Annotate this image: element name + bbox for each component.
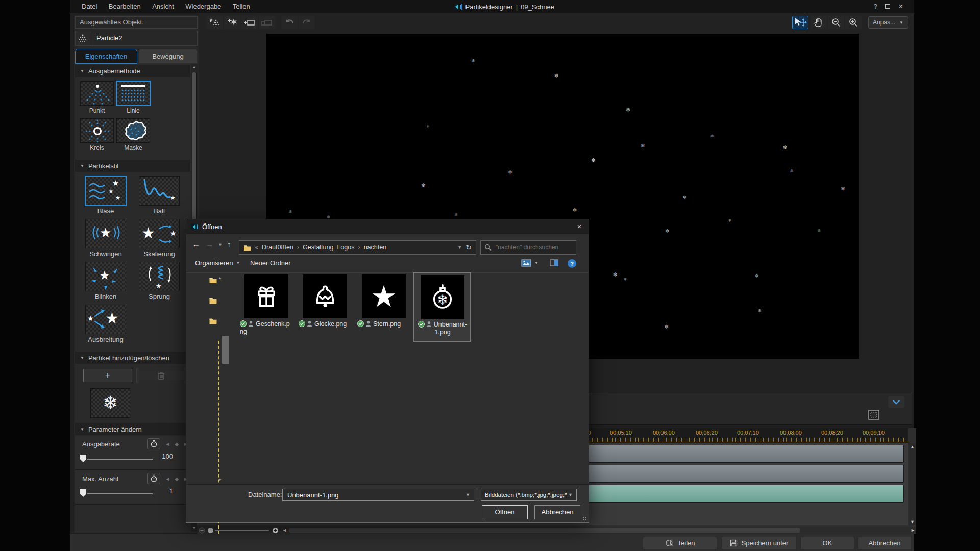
undo-button[interactable] <box>281 16 298 29</box>
selected-object-name[interactable]: Particle2 <box>90 31 198 46</box>
param-value[interactable]: 1 <box>169 487 173 495</box>
zoom-in-button[interactable] <box>845 16 862 29</box>
scrollbar-thumb[interactable] <box>192 72 197 225</box>
slider-thumb[interactable] <box>80 455 86 462</box>
dialog-open-button[interactable]: Öffnen <box>482 505 528 519</box>
maximize-button[interactable] <box>882 2 893 12</box>
preview-pane-button[interactable] <box>550 259 558 266</box>
menu-datei[interactable]: Datei <box>77 0 102 13</box>
menu-teilen[interactable]: Teilen <box>228 0 255 13</box>
cancel-button[interactable]: Abbrechen <box>857 537 912 549</box>
organize-menu[interactable]: Organisieren ▼ <box>195 259 240 267</box>
pan-tool-button[interactable] <box>811 16 827 29</box>
add-particle-object-button[interactable] <box>207 16 223 29</box>
section-partikelstil[interactable]: ▼ Partikelstil <box>75 160 190 172</box>
up-icon[interactable]: ↑ <box>227 240 231 248</box>
view-mode-button[interactable]: ▼ <box>521 259 538 267</box>
search-box[interactable] <box>480 240 576 255</box>
section-partikel-hinzufuegen[interactable]: ▼ Partikel hinzufügen/löschen <box>75 352 190 364</box>
style-blinken[interactable]: ★ Blinken <box>80 262 131 300</box>
redo-button[interactable] <box>299 16 315 29</box>
timeline-zoom-slider-thumb[interactable] <box>208 528 213 533</box>
dialog-help-button[interactable]: ? <box>568 259 576 268</box>
address-bar[interactable]: « Drauf08ten › Gestaltung_Logos › nachte… <box>239 240 476 255</box>
slider-track[interactable] <box>87 459 153 460</box>
filmstrip-icon[interactable] <box>868 409 880 420</box>
breadcrumb-segment[interactable]: Drauf08ten <box>262 244 293 251</box>
style-skalierung[interactable]: ★ ★ Skalierung <box>134 219 185 258</box>
section-parameter-aendern[interactable]: ▼ Parameter ändern <box>75 423 190 435</box>
tab-bewegung[interactable]: Bewegung <box>138 49 198 64</box>
timeline-zoom-slider-track[interactable] <box>215 530 269 531</box>
save-as-button[interactable]: Speichern unter <box>721 537 797 549</box>
filename-input[interactable] <box>286 491 455 499</box>
stopwatch-button[interactable] <box>147 473 160 484</box>
search-input[interactable] <box>495 243 566 252</box>
tree-scroll-down-icon[interactable]: ▼ <box>218 478 222 482</box>
new-folder-button[interactable]: Neuer Ordner <box>250 259 290 267</box>
stopwatch-button[interactable] <box>147 438 160 449</box>
delete-particle-button[interactable] <box>136 369 186 382</box>
filetype-combobox[interactable]: Bilddateien (*.bmp;*.jpg;*.jpeg;* ▼ <box>481 489 577 501</box>
menu-bearbeiten[interactable]: Bearbeiten <box>104 0 145 13</box>
folder-icon[interactable] <box>209 277 217 284</box>
file-item-geschenk[interactable]: Geschenk.png <box>238 272 295 342</box>
add-keyframe-icon[interactable]: ◆ <box>175 441 179 447</box>
timeline-zoom-in-icon[interactable] <box>272 527 279 534</box>
refresh-icon[interactable]: ↻ <box>465 243 472 252</box>
scroll-up-icon[interactable]: ▲ <box>191 64 198 71</box>
folder-icon[interactable] <box>209 297 217 304</box>
output-linie[interactable]: Linie <box>116 81 150 114</box>
style-sprung[interactable]: ★ Sprung <box>134 262 185 300</box>
scroll-left-icon[interactable]: ◄ <box>282 527 287 534</box>
add-rectangle-button[interactable] <box>241 16 258 29</box>
scroll-right-icon[interactable]: ► <box>911 527 915 534</box>
close-button[interactable]: × <box>895 2 906 12</box>
particle-snowflake-thumbnail[interactable]: ❄ <box>90 388 130 418</box>
tree-scroll-up-icon[interactable]: ▲ <box>218 276 222 280</box>
output-punkt[interactable]: Punkt <box>80 81 114 114</box>
back-icon[interactable]: ← <box>192 240 200 248</box>
section-ausgabemethode[interactable]: ▼ Ausgabemethode <box>75 65 190 77</box>
add-keyframe-icon[interactable]: ◆ <box>175 476 179 482</box>
filename-combobox[interactable]: ▼ <box>282 489 474 501</box>
tab-eigenschaften[interactable]: Eigenschaften <box>75 49 137 64</box>
add-particle-button[interactable]: + <box>83 369 132 382</box>
breadcrumb-segment[interactable]: Gestaltung_Logos <box>303 244 354 251</box>
resize-grip[interactable] <box>582 516 587 521</box>
style-blase[interactable]: ★ ★ ★ Blase <box>80 176 131 215</box>
select-tool-button[interactable] <box>792 16 808 29</box>
zoom-out-button[interactable] <box>828 16 844 29</box>
delete-rectangle-button[interactable] <box>259 16 275 29</box>
address-dropdown-icon[interactable]: ▼ <box>457 245 462 250</box>
forward-icon[interactable]: → <box>206 240 213 248</box>
breadcrumb-segment[interactable]: nachten <box>364 244 386 251</box>
style-ausbreitung[interactable]: ★ ★ Ausbreitung <box>80 305 131 343</box>
hscroll-thumb[interactable] <box>289 528 800 533</box>
style-schwingen[interactable]: ★ Schwingen <box>80 219 131 258</box>
prev-keyframe-icon[interactable]: ◄ <box>165 476 170 482</box>
output-kreis[interactable]: Kreis <box>80 118 114 152</box>
folder-tree-sidebar[interactable]: ▲ ▼ <box>189 274 233 484</box>
param-value[interactable]: 100 <box>162 453 173 460</box>
help-button[interactable]: ? <box>870 2 881 12</box>
dialog-close-button[interactable]: × <box>572 221 586 232</box>
file-item-stern[interactable]: ★ Stern.png <box>355 272 412 342</box>
prev-keyframe-icon[interactable]: ◄ <box>165 441 170 447</box>
slider-thumb[interactable] <box>80 489 86 497</box>
dialog-cancel-button[interactable]: Abbrechen <box>534 505 580 519</box>
scroll-down-icon[interactable]: ▼ <box>910 518 915 525</box>
expand-panel-button[interactable] <box>888 396 904 408</box>
chevron-down-icon[interactable]: ▼ <box>465 492 470 497</box>
file-item-unbenannt[interactable]: ❄ Unbenannt-1.png <box>413 272 471 342</box>
output-maske[interactable]: Maske <box>116 118 150 152</box>
history-chevron-icon[interactable]: ▼ <box>218 242 223 247</box>
menu-ansicht[interactable]: Ansicht <box>148 0 179 13</box>
chevron-down-icon[interactable]: ▼ <box>568 492 573 497</box>
fit-zoom-dropdown[interactable]: Anpas... ▼ <box>868 16 908 29</box>
menu-wiedergabe[interactable]: Wiedergabe <box>181 0 226 13</box>
timeline-vertical-scrollbar[interactable]: ▲ ▼ <box>908 443 916 525</box>
dialog-titlebar[interactable]: Öffnen <box>186 219 589 234</box>
style-ball[interactable]: ★ Ball <box>134 176 185 215</box>
folder-icon[interactable] <box>209 317 217 324</box>
